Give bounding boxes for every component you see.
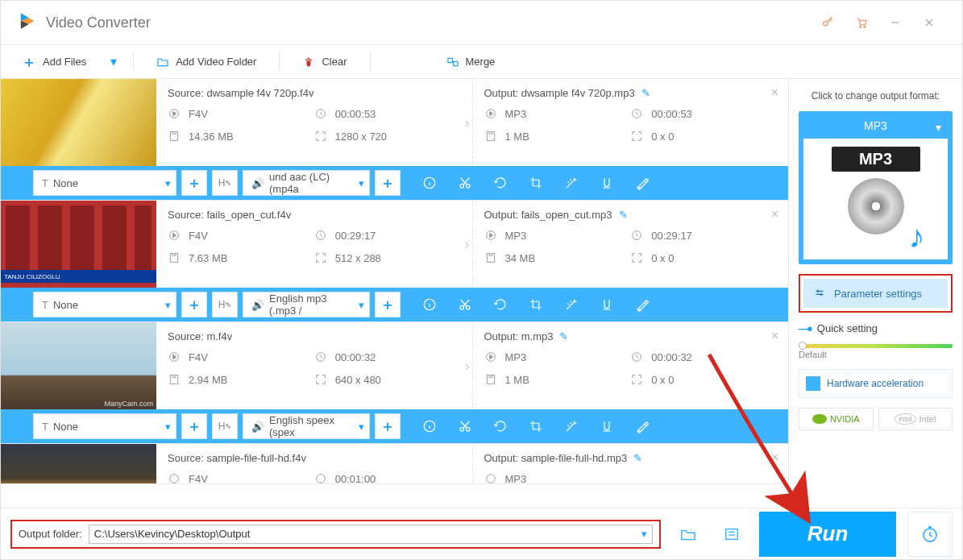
add-subtitle-button[interactable]: ＋	[181, 170, 207, 196]
audio-select[interactable]: 🔊English speex (spex▾	[243, 413, 370, 439]
video-thumbnail[interactable]: ManyCam.com	[1, 322, 156, 409]
rename-icon[interactable]: ✎	[619, 209, 628, 221]
add-files-button[interactable]: ＋Add Files	[9, 49, 99, 75]
app-logo-icon	[17, 10, 38, 35]
crop-icon[interactable]	[518, 288, 554, 321]
cart-icon[interactable]	[845, 6, 878, 39]
audio-select[interactable]: 🔊English mp3 (.mp3 /▾	[243, 292, 370, 317]
subtitle-edit-button[interactable]: H✎	[212, 292, 238, 317]
video-thumbnail[interactable]: TANJU CILIZOGLU	[1, 201, 156, 288]
video-thumbnail[interactable]	[1, 79, 156, 166]
arrow-icon: ›	[465, 358, 470, 375]
output-folder-highlight: Output folder: C:\Users\Kevincy\Desktop\…	[10, 520, 661, 549]
open-output-list[interactable]	[716, 518, 748, 550]
sidebar: Click to change output format: MP3▾ MP3 …	[789, 79, 962, 508]
browse-folder-button[interactable]	[672, 518, 704, 550]
output-folder-input[interactable]: C:\Users\Kevincy\Desktop\Output ▾	[89, 525, 653, 544]
effects-icon[interactable]	[554, 166, 589, 200]
output-label: Output: sample-file-full-hd.mp3	[484, 452, 628, 464]
cut-icon[interactable]	[447, 409, 483, 443]
output-folder-dropdown[interactable]: ▾	[641, 528, 647, 540]
output-label: Output: dwsample f4v 720p.mp3	[484, 87, 635, 99]
add-subtitle-button[interactable]: ＋	[181, 413, 207, 439]
svg-rect-7	[448, 58, 452, 62]
remove-item-button[interactable]: ×	[771, 329, 778, 343]
clear-label: Clear	[322, 56, 347, 68]
add-files-dropdown[interactable]: ▾	[104, 54, 123, 69]
edit-bar: TNone▾ ＋ H✎ 🔊English mp3 (.mp3 /▾ ＋	[1, 288, 788, 321]
info-icon[interactable]	[412, 288, 447, 321]
svg-point-43	[316, 475, 325, 483]
edit-all-icon[interactable]	[625, 409, 660, 443]
svg-marker-36	[489, 355, 492, 359]
effects-icon[interactable]	[554, 409, 589, 443]
merge-button[interactable]: Merge	[434, 52, 508, 72]
remove-item-button[interactable]: ×	[771, 207, 778, 222]
subtitle-edit-button[interactable]: H✎	[212, 170, 238, 196]
subtitle-select[interactable]: TNone▾	[33, 413, 176, 439]
parameter-settings-button[interactable]: Parameter settings	[803, 279, 948, 308]
add-folder-button[interactable]: Add Video Folder	[143, 52, 269, 72]
video-thumbnail[interactable]	[1, 444, 156, 484]
svg-point-0	[824, 22, 828, 26]
crop-icon[interactable]	[518, 409, 554, 443]
audio-select[interactable]: 🔊und aac (LC) (mp4a▾	[243, 170, 370, 196]
watermark-icon[interactable]	[589, 288, 625, 321]
output-format-hint: Click to change output format:	[799, 90, 953, 102]
output-label: Output: fails_open_cut.mp3	[484, 209, 612, 221]
svg-rect-27	[487, 254, 494, 263]
info-icon[interactable]	[412, 166, 447, 200]
quick-setting[interactable]: —● Quick setting	[799, 322, 953, 334]
run-button[interactable]: Run	[759, 512, 896, 557]
source-label: Source: m.f4v	[168, 330, 461, 342]
output-label: Output: m.mp3	[484, 330, 554, 342]
watermark-icon[interactable]	[589, 409, 625, 443]
source-label: Source: fails_open_cut.f4v	[168, 209, 461, 221]
svg-point-1	[860, 26, 861, 27]
schedule-button[interactable]	[907, 512, 953, 557]
add-audio-button[interactable]: ＋	[375, 292, 401, 317]
crop-icon[interactable]	[518, 166, 554, 200]
minimize-button[interactable]	[878, 6, 912, 39]
subtitle-select[interactable]: TNone▾	[33, 170, 176, 196]
remove-item-button[interactable]: ×	[771, 450, 778, 465]
edit-all-icon[interactable]	[625, 166, 660, 200]
rename-icon[interactable]: ✎	[641, 87, 650, 99]
file-item: Source: sample-file-full-hd.f4v F4V 00:0…	[1, 444, 788, 484]
rotate-icon[interactable]	[483, 166, 518, 200]
add-audio-button[interactable]: ＋	[375, 413, 401, 439]
svg-point-42	[170, 475, 179, 483]
quality-slider[interactable]: Default	[799, 344, 953, 359]
add-subtitle-button[interactable]: ＋	[181, 292, 207, 317]
output-format-selector[interactable]: MP3▾ MP3 ♪	[799, 111, 953, 264]
edit-bar: TNone▾ ＋ H✎ 🔊und aac (LC) (mp4a▾ ＋	[1, 166, 788, 200]
info-icon[interactable]	[412, 409, 447, 443]
rotate-icon[interactable]	[483, 288, 518, 321]
cut-icon[interactable]	[447, 166, 483, 200]
subtitle-edit-button[interactable]: H✎	[212, 413, 238, 439]
file-item: ManyCam.com Source: m.f4v F4V 00:00:32 2…	[1, 322, 788, 444]
remove-item-button[interactable]: ×	[771, 85, 778, 100]
clear-button[interactable]: Clear	[289, 52, 359, 72]
rotate-icon[interactable]	[483, 409, 518, 443]
svg-rect-16	[487, 132, 494, 141]
rename-icon[interactable]: ✎	[559, 330, 568, 342]
effects-icon[interactable]	[554, 288, 589, 321]
close-button[interactable]	[912, 6, 946, 39]
watermark-icon[interactable]	[589, 166, 625, 200]
output-folder-label: Output folder:	[19, 528, 82, 540]
file-item: Source: dwsample f4v 720p.f4v F4V 00:00:…	[1, 79, 788, 201]
edit-bar: TNone▾ ＋ H✎ 🔊English speex (spex▾ ＋	[1, 409, 788, 443]
register-icon[interactable]	[811, 6, 845, 39]
subtitle-select[interactable]: TNone▾	[33, 292, 176, 317]
svg-marker-14	[489, 111, 492, 115]
hardware-acceleration[interactable]: Hardware acceleration	[799, 369, 953, 398]
titlebar: Video Converter	[1, 1, 962, 45]
rename-icon[interactable]: ✎	[633, 452, 642, 464]
add-audio-button[interactable]: ＋	[375, 170, 401, 196]
cut-icon[interactable]	[447, 288, 483, 321]
svg-marker-21	[173, 233, 176, 237]
svg-rect-45	[726, 529, 738, 539]
format-dropdown-icon[interactable]: ▾	[936, 121, 941, 134]
edit-all-icon[interactable]	[625, 288, 660, 321]
